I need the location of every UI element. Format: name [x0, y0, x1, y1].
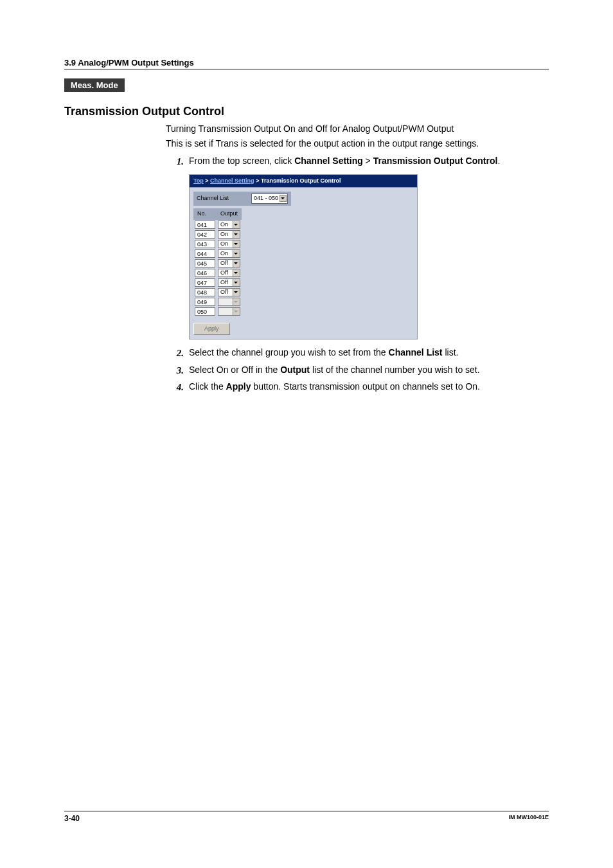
cell-no: 048: [195, 288, 215, 296]
step-text: Select On or Off in the Output list of t…: [189, 363, 549, 377]
channel-table: No. Output 041On 042On 043On 044On 045Of…: [193, 208, 242, 316]
output-select[interactable]: Off: [218, 259, 240, 267]
table-row: 045Off: [193, 258, 242, 268]
table-row: 043On: [193, 239, 242, 249]
output-select[interactable]: On: [218, 221, 240, 229]
table-row: 044On: [193, 249, 242, 258]
apply-button[interactable]: Apply: [193, 323, 230, 336]
output-select[interactable]: Off: [218, 269, 240, 277]
output-select: [218, 307, 240, 316]
cell-no: 046: [195, 269, 215, 277]
channel-list-select[interactable]: 041 - 050: [251, 194, 288, 204]
step-text: Select the channel group you wish to set…: [189, 346, 549, 359]
page-footer: 3-40 IM MW100-01E: [64, 811, 549, 823]
step-number: 1.: [166, 154, 184, 169]
table-row: 041On: [193, 220, 242, 230]
cell-no: 045: [195, 259, 215, 267]
breadcrumb-top[interactable]: Top: [193, 177, 204, 184]
cell-no: 043: [195, 240, 215, 248]
output-select[interactable]: On: [218, 230, 240, 239]
table-row: 046Off: [193, 268, 242, 278]
cell-no: 042: [195, 230, 215, 239]
table-row: 047Off: [193, 278, 242, 287]
screenshot-panel: Top > Channel Setting > Transmission Out…: [189, 174, 418, 340]
output-select[interactable]: Off: [218, 288, 240, 296]
table-row: 042On: [193, 230, 242, 239]
table-row: 048Off: [193, 287, 242, 297]
table-row: 050: [193, 307, 242, 316]
cell-no: 044: [195, 249, 215, 258]
breadcrumb: Top > Channel Setting > Transmission Out…: [190, 175, 417, 188]
step-number: 3.: [166, 363, 184, 378]
output-select[interactable]: On: [218, 249, 240, 258]
step-number: 2.: [166, 346, 184, 361]
output-select[interactable]: On: [218, 240, 240, 248]
cell-no: 050: [195, 307, 215, 316]
doc-id: IM MW100-01E: [508, 814, 549, 823]
breadcrumb-leaf: Transmission Output Control: [261, 177, 341, 184]
intro-line-1: Turning Transmission Output On and Off f…: [166, 122, 549, 136]
output-select: [218, 298, 240, 306]
page-number: 3-40: [64, 814, 80, 823]
cell-no: 041: [195, 221, 215, 229]
mode-badge: Meas. Mode: [64, 78, 125, 92]
step-number: 4.: [166, 380, 184, 395]
cell-no: 049: [195, 298, 215, 306]
output-select[interactable]: Off: [218, 278, 240, 287]
section-header: 3.9 Analog/PWM Output Settings: [64, 58, 549, 69]
step-text: From the top screen, click Channel Setti…: [189, 154, 549, 168]
table-row: 049: [193, 297, 242, 307]
cell-no: 047: [195, 278, 215, 287]
step-text: Click the Apply button. Starts transmiss…: [189, 380, 549, 393]
breadcrumb-mid[interactable]: Channel Setting: [210, 177, 254, 184]
col-no: No.: [193, 208, 217, 220]
intro-line-2: This is set if Trans is selected for the…: [166, 137, 549, 150]
page-title: Transmission Output Control: [64, 105, 549, 118]
col-output: Output: [217, 208, 242, 220]
channel-list-label: Channel List: [197, 194, 229, 203]
